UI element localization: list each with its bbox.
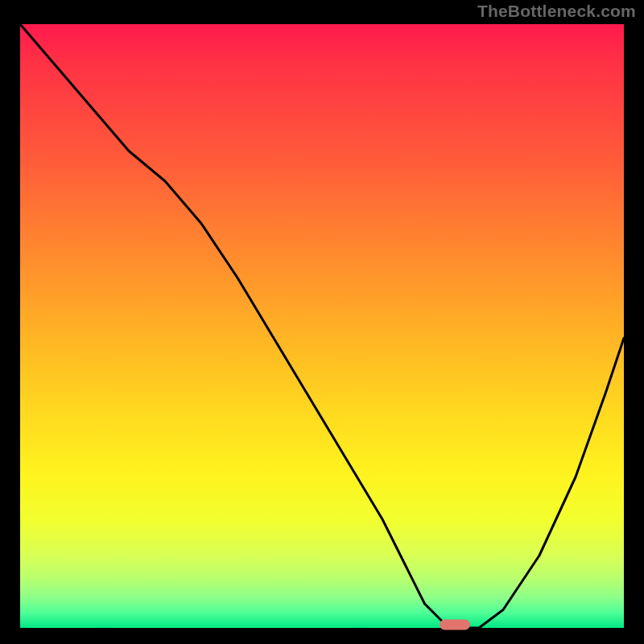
optimal-marker: [440, 620, 470, 630]
bottleneck-curve: [20, 24, 624, 628]
watermark-text: TheBottleneck.com: [477, 2, 636, 21]
chart-container: TheBottleneck.com: [0, 0, 644, 644]
plot-area: [20, 24, 624, 628]
